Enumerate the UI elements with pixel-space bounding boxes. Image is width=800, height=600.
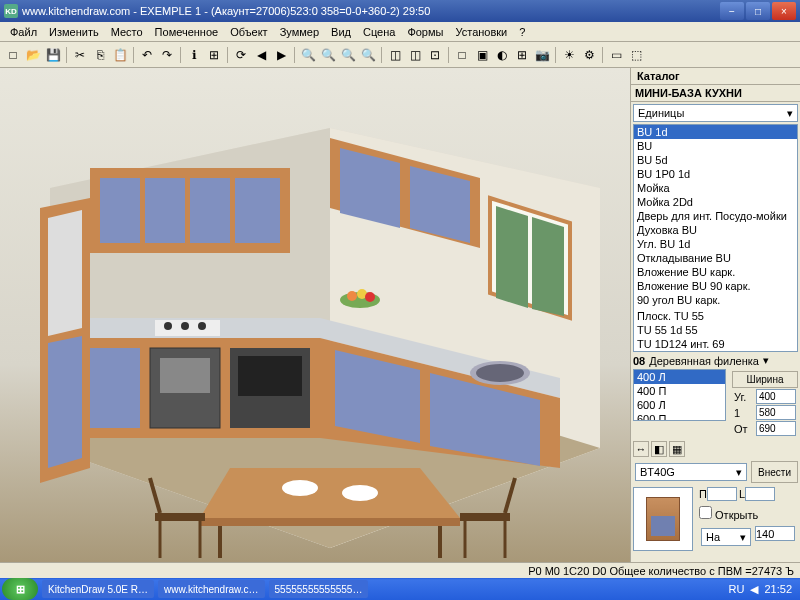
tool1-icon[interactable]: ⚙ (580, 46, 598, 64)
width-button[interactable]: Ширина (732, 371, 798, 388)
render2-icon[interactable]: ▣ (473, 46, 491, 64)
zoom-all-icon[interactable]: 🔍 (359, 46, 377, 64)
svg-point-52 (365, 292, 375, 302)
task-button[interactable]: KitchenDraw 5.0E R… (42, 580, 154, 598)
task-button[interactable]: www.kitchendraw.c… (158, 580, 264, 598)
menu-zoomer[interactable]: Зуммер (274, 24, 325, 40)
sizes-listbox[interactable]: 400 Л400 П600 Л600 П (633, 369, 726, 421)
section-number: 08 (633, 355, 645, 367)
svg-rect-6 (145, 178, 185, 243)
minimize-button[interactable]: − (720, 2, 744, 20)
copy-icon[interactable]: ⎘ (91, 46, 109, 64)
menu-view[interactable]: Вид (325, 24, 357, 40)
open-checkbox[interactable] (699, 506, 712, 519)
kitchen-render (0, 68, 630, 562)
catalog-tab[interactable]: Каталог (631, 68, 800, 85)
camera-icon[interactable]: 📷 (533, 46, 551, 64)
list-item[interactable]: 600 П (634, 412, 725, 421)
close-button[interactable]: × (772, 2, 796, 20)
list-item[interactable]: 600 Л (634, 398, 725, 412)
task-button[interactable]: 55555555555555… (269, 580, 369, 598)
menu-forms[interactable]: Формы (401, 24, 449, 40)
code-dropdown[interactable]: BT40G▾ (635, 463, 747, 481)
menu-settings[interactable]: Установки (449, 24, 513, 40)
zoom-in-icon[interactable]: 🔍 (299, 46, 317, 64)
style-icon[interactable]: ▦ (669, 441, 685, 457)
ot-input[interactable] (756, 421, 796, 436)
list-item[interactable]: 400 П (634, 384, 725, 398)
3d-viewport[interactable] (0, 68, 630, 562)
list-item[interactable]: BU 1P0 1d (634, 167, 797, 181)
list-item[interactable]: 90 угол BU карк. (634, 293, 797, 307)
list-item[interactable]: BU 5d (634, 153, 797, 167)
menu-edit[interactable]: Изменить (43, 24, 105, 40)
pos-value-input[interactable] (755, 526, 795, 541)
redo-icon[interactable]: ↷ (158, 46, 176, 64)
lang-indicator[interactable]: RU (729, 583, 745, 595)
light-icon[interactable]: ☀ (560, 46, 578, 64)
render4-icon[interactable]: ⊞ (513, 46, 531, 64)
tool2-icon[interactable]: ▭ (607, 46, 625, 64)
list-item[interactable]: Дверь для инт. Посудо-мойки (634, 209, 797, 223)
list-item[interactable]: Откладывание BU (634, 251, 797, 265)
list-item[interactable]: Угл. BU 1d (634, 237, 797, 251)
items-listbox[interactable]: BU 1dBUBU 5dBU 1P0 1dМойкаМойка 2DdДверь… (633, 124, 798, 352)
render1-icon[interactable]: □ (453, 46, 471, 64)
menu-help[interactable]: ? (513, 24, 531, 40)
svg-rect-5 (100, 178, 140, 243)
list-item[interactable]: Вложение BU карк. (634, 265, 797, 279)
maximize-button[interactable]: □ (746, 2, 770, 20)
svg-marker-13 (496, 206, 528, 308)
list-item[interactable]: BU 1d (634, 125, 797, 139)
new-icon[interactable]: □ (4, 46, 22, 64)
color-icon[interactable]: ◧ (651, 441, 667, 457)
menu-scene[interactable]: Сцена (357, 24, 401, 40)
save-icon[interactable]: 💾 (44, 46, 62, 64)
list-item[interactable]: TU 1D124 инт. 69 (634, 337, 797, 351)
list-item[interactable]: Плоск. TU 55 (634, 309, 797, 323)
next-icon[interactable]: ▶ (272, 46, 290, 64)
refresh-icon[interactable]: ⟳ (232, 46, 250, 64)
col1-input[interactable] (756, 405, 796, 420)
list-item[interactable]: TU 55 1d 55 (634, 323, 797, 337)
ug-input[interactable] (756, 389, 796, 404)
l-input[interactable] (745, 487, 775, 501)
dim-icon[interactable]: ↔ (633, 441, 649, 457)
zoom-fit-icon[interactable]: 🔍 (339, 46, 357, 64)
taskbar: ⊞ KitchenDraw 5.0E R… www.kitchendraw.c…… (0, 578, 800, 600)
zoom-out-icon[interactable]: 🔍 (319, 46, 337, 64)
menu-marked[interactable]: Помеченное (149, 24, 225, 40)
chevron-down-icon[interactable]: ▾ (763, 354, 769, 367)
list-item[interactable]: Мойка 2Dd (634, 195, 797, 209)
view2-icon[interactable]: ◫ (406, 46, 424, 64)
menu-object[interactable]: Объект (224, 24, 273, 40)
view3-icon[interactable]: ⊡ (426, 46, 444, 64)
p-input[interactable] (707, 487, 737, 501)
tool3-icon[interactable]: ⬚ (627, 46, 645, 64)
list-item[interactable]: BU (634, 139, 797, 153)
list-item[interactable]: Вложение BU 90 карк. (634, 279, 797, 293)
list-item[interactable]: 400 Л (634, 370, 725, 384)
undo-icon[interactable]: ↶ (138, 46, 156, 64)
cut-icon[interactable]: ✂ (71, 46, 89, 64)
menu-place[interactable]: Место (105, 24, 149, 40)
db-icon[interactable]: ⊞ (205, 46, 223, 64)
list-item[interactable]: TU 55 инт. 1D97 инт. (634, 351, 797, 352)
menu-file[interactable]: Файл (4, 24, 43, 40)
units-dropdown[interactable]: Единицы▾ (633, 104, 798, 122)
insert-button[interactable]: Внести (751, 461, 798, 483)
open-icon[interactable]: 📂 (24, 46, 42, 64)
chevron-down-icon: ▾ (787, 107, 793, 120)
view1-icon[interactable]: ◫ (386, 46, 404, 64)
statusbar: P0 M0 1C20 D0 Общее количество с ПВМ =27… (0, 562, 800, 578)
paste-icon[interactable]: 📋 (111, 46, 129, 64)
prev-icon[interactable]: ◀ (252, 46, 270, 64)
toolbar: □ 📂 💾 ✂ ⎘ 📋 ↶ ↷ ℹ ⊞ ⟳ ◀ ▶ 🔍 🔍 🔍 🔍 ◫ ◫ ⊡ … (0, 42, 800, 68)
pos-dropdown[interactable]: На▾ (701, 528, 751, 546)
list-item[interactable]: Духовка BU (634, 223, 797, 237)
start-button[interactable]: ⊞ (2, 578, 38, 600)
render3-icon[interactable]: ◐ (493, 46, 511, 64)
tray-icon[interactable]: ◀ (750, 583, 758, 596)
info-icon[interactable]: ℹ (185, 46, 203, 64)
list-item[interactable]: Мойка (634, 181, 797, 195)
